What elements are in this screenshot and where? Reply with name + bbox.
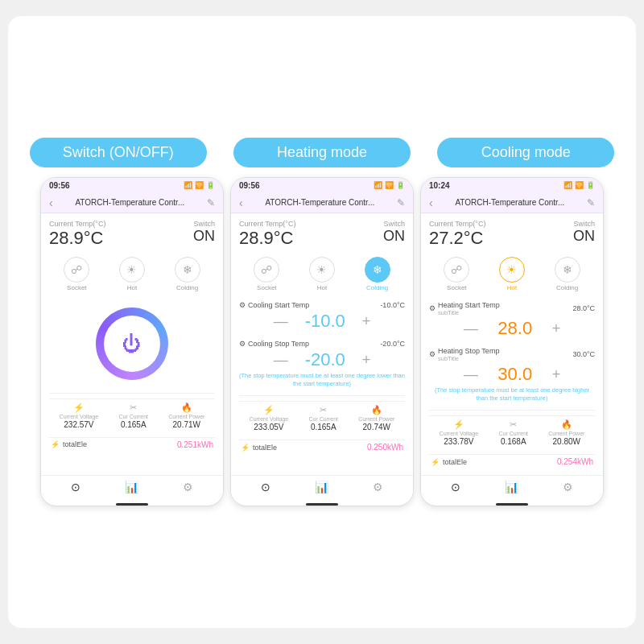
heating-stop-label: ⚙ Heating Stop Temp subTitle xyxy=(429,347,499,362)
heating-stop-minus[interactable]: — xyxy=(464,367,478,382)
socket-circle-2: ☍ xyxy=(254,257,279,283)
switch-value-3: ON xyxy=(573,228,595,245)
heating-start-header: ⚙ Heating Start Temp subTitle 28.0°C xyxy=(429,301,595,316)
cooling-stop-label: ⚙ Cooling Stop Temp xyxy=(239,340,309,348)
switch-right-3: Switch ON xyxy=(573,220,595,245)
nav-settings-2[interactable]: ⚙ xyxy=(373,481,383,493)
total-value-3: 0.254kWh xyxy=(557,457,593,466)
switch-value-1: ON xyxy=(193,228,215,245)
cold-label-2: Colding xyxy=(366,284,388,291)
socket-icon-item-3[interactable]: ☍ Socket xyxy=(444,257,469,291)
cooling-start-section: ⚙ Cooling Start Temp -10.0°C — -10.0 + xyxy=(239,299,405,333)
nav-home-3[interactable]: ⊙ xyxy=(451,481,460,493)
cold-circle-1: ❄ xyxy=(175,257,200,283)
total-ele-label-2: totalEle xyxy=(253,444,277,452)
phones-row: 09:56 📶 🛜 🔋 ‹ ATORCH-Temperature Contr..… xyxy=(16,177,628,507)
socket-label-3: Socket xyxy=(447,284,466,291)
hot-label-1: Hot xyxy=(127,284,137,291)
total-ele-icon-3: ⚡ xyxy=(431,458,440,466)
heating-stop-section: ⚙ Heating Stop Temp subTitle 30.0°C — 30… xyxy=(429,345,595,406)
power-stat-icon-1: 🔥 xyxy=(181,402,192,413)
temp-label-1: Current Temp(°C) xyxy=(49,220,105,228)
phone-content-1: Current Temp(°C) 28.9°C Switch ON ☍ Sock… xyxy=(41,213,223,476)
cold-icon-item-1[interactable]: ❄ Colding xyxy=(175,257,200,291)
phone-nav-2: ⊙ 📊 ⚙ xyxy=(231,475,413,500)
nav-title-1: ATORCH-Temperature Contr... xyxy=(53,198,207,207)
cooling-stop-plus[interactable]: + xyxy=(362,353,371,367)
power-label-2: Current Power xyxy=(358,416,394,422)
voltage-label-1: Current Voltage xyxy=(60,414,99,419)
total-ele-label-1: totalEle xyxy=(63,440,87,448)
power-area-1[interactable]: ⏻ xyxy=(49,299,215,388)
hot-icon-item-2[interactable]: ☀ Hot xyxy=(309,257,335,291)
total-ele-label-3: totalEle xyxy=(443,458,467,466)
total-left-1: ⚡ totalEle xyxy=(51,440,87,448)
total-left-2: ⚡ totalEle xyxy=(241,444,277,452)
nav-chart-1[interactable]: 📊 xyxy=(125,481,138,493)
socket-circle-1: ☍ xyxy=(64,257,89,283)
heating-start-minus[interactable]: — xyxy=(464,321,478,336)
hot-icon-item-1[interactable]: ☀ Hot xyxy=(119,257,145,291)
phone-content-3: Current Temp(°C) 27.2°C Switch ON ☍ Sock… xyxy=(421,213,603,476)
nav-settings-3[interactable]: ⚙ xyxy=(563,481,573,493)
stats-row-1: ⚡ Current Voltage 232.57V ✂ Cur Current … xyxy=(49,398,215,432)
nav-home-1[interactable]: ⊙ xyxy=(71,481,80,493)
heating-stop-plus[interactable]: + xyxy=(552,367,561,382)
mode-icons-1: ☍ Socket ☀ Hot ❄ Colding xyxy=(49,254,215,295)
current-icon-3: ✂ xyxy=(510,419,517,430)
power-label-1: Current Power xyxy=(168,414,204,419)
temp-label-2: Current Temp(°C) xyxy=(239,220,295,228)
power-stat-2: 🔥 Current Power 20.74W xyxy=(358,405,394,431)
status-icons-2: 📶 🛜 🔋 xyxy=(374,181,405,189)
cold-icon-item-3[interactable]: ❄ Colding xyxy=(555,257,580,291)
cold-label-3: Colding xyxy=(556,284,578,291)
socket-icon-item-1[interactable]: ☍ Socket xyxy=(64,257,89,291)
voltage-label-3: Current Voltage xyxy=(440,431,479,436)
nav-chart-2[interactable]: 📊 xyxy=(315,481,328,493)
total-value-1: 0.251kWh xyxy=(177,440,213,449)
voltage-icon-1: ⚡ xyxy=(73,402,85,413)
nav-chart-3[interactable]: 📊 xyxy=(505,481,518,493)
wifi-icon-3: 🛜 xyxy=(575,181,584,189)
temp-left-2: Current Temp(°C) 28.9°C xyxy=(239,220,295,249)
current-value-3: 0.168A xyxy=(501,437,526,446)
edit-button-3[interactable]: ✎ xyxy=(587,197,595,208)
cooling-stop-header: ⚙ Cooling Stop Temp -20.0°C xyxy=(239,340,405,348)
current-stat-3: ✂ Cur Current 0.168A xyxy=(498,419,528,446)
cooling-stop-value: -20.0 xyxy=(301,349,349,370)
battery-icon-3: 🔋 xyxy=(586,181,595,189)
cooling-start-minus[interactable]: — xyxy=(274,314,288,328)
phone-cooling: 10:24 📶 🛜 🔋 ‹ ATORCH-Temperature Contr..… xyxy=(420,177,604,507)
cooling-start-header: ⚙ Cooling Start Temp -10.0°C xyxy=(239,301,405,309)
heating-start-plus[interactable]: + xyxy=(552,321,561,336)
voltage-value-2: 233.05V xyxy=(254,423,283,431)
heating-start-current: 28.0°C xyxy=(572,304,595,312)
hot-circle-3: ☀ xyxy=(499,257,525,283)
heating-mode-label: Heating mode xyxy=(233,138,411,167)
heating-stop-header: ⚙ Heating Stop Temp subTitle 30.0°C xyxy=(429,347,595,362)
switch-right-1: Switch ON xyxy=(193,220,215,245)
socket-icon-item-2[interactable]: ☍ Socket xyxy=(254,257,279,291)
cold-label-1: Colding xyxy=(176,284,198,291)
cooling-mode-label: Cooling mode xyxy=(437,138,614,167)
voltage-icon-2: ⚡ xyxy=(263,405,275,415)
time-3: 10:24 xyxy=(429,181,450,190)
nav-title-3: ATORCH-Temperature Contr... xyxy=(433,198,587,207)
cooling-start-plus[interactable]: + xyxy=(362,314,371,328)
current-label-3: Cur Current xyxy=(498,431,528,436)
phone-heating: 09:56 📶 🛜 🔋 ‹ ATORCH-Temperature Contr..… xyxy=(230,177,414,507)
nav-settings-1[interactable]: ⚙ xyxy=(183,481,193,493)
divider-3 xyxy=(429,410,595,411)
cooling-stop-minus[interactable]: — xyxy=(274,353,288,367)
temp-section-3: Current Temp(°C) 27.2°C Switch ON xyxy=(429,220,595,249)
hot-icon-item-3[interactable]: ☀ Hot xyxy=(499,257,525,291)
nav-home-2[interactable]: ⊙ xyxy=(261,481,270,493)
socket-circle-3: ☍ xyxy=(444,257,469,283)
time-1: 09:56 xyxy=(49,181,70,190)
edit-button-1[interactable]: ✎ xyxy=(207,197,215,208)
edit-button-2[interactable]: ✎ xyxy=(397,197,405,208)
phone-nav-1: ⊙ 📊 ⚙ xyxy=(41,475,223,500)
nav-title-2: ATORCH-Temperature Contr... xyxy=(243,198,397,207)
current-stat-2: ✂ Cur Current 0.165A xyxy=(308,405,338,431)
cold-icon-item-2[interactable]: ❄ Colding xyxy=(365,257,390,291)
